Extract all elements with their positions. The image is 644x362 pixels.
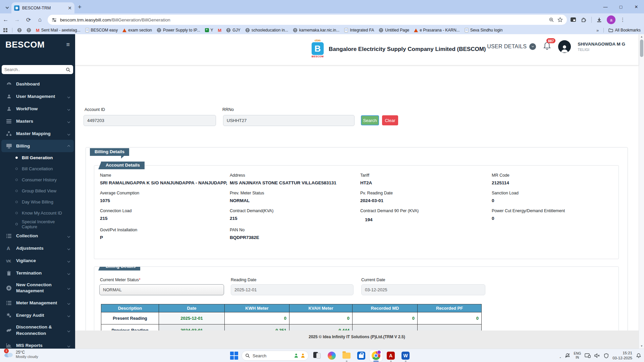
current-date-input[interactable]: [361, 284, 485, 295]
sidebar-item-mis-reports[interactable]: MIS Reports: [0, 339, 75, 349]
bookmark-item[interactable]: Power Supply to IP...: [157, 28, 200, 33]
sidebar-item-workflow[interactable]: WorkFlow: [0, 103, 75, 115]
user-details-dropdown[interactable]: USER DETAILS: [487, 43, 536, 50]
sidebar-item-termination[interactable]: Termination: [0, 267, 75, 279]
sidebar-item-adjustments[interactable]: A Adjustments: [0, 242, 75, 254]
bookmark-item[interactable]: Y: [205, 28, 213, 33]
microsoft-store-icon[interactable]: [355, 350, 368, 361]
notification-center-bell-icon[interactable]: [636, 353, 641, 358]
table-cell[interactable]: 0: [353, 312, 418, 324]
zoom-icon[interactable]: [549, 17, 554, 22]
sidebar-subitem-know-my-account-id[interactable]: Know My Account ID: [0, 207, 75, 219]
tab-close-icon[interactable]: ✕: [68, 6, 72, 10]
sidebar-subitem-special-incentive-capture[interactable]: Special Incentive Capture: [0, 219, 75, 230]
media-pip-icon[interactable]: [570, 17, 576, 22]
table-cell[interactable]: 0: [225, 312, 289, 324]
table-cell[interactable]: 0: [289, 312, 353, 324]
sidebar-item-user-management[interactable]: User Management: [0, 90, 75, 103]
sidebar-item-billing[interactable]: Billing: [1, 140, 74, 152]
table-cell[interactable]: 0: [418, 312, 482, 324]
all-bookmarks-button[interactable]: All Bookmarks: [608, 28, 641, 33]
bookmark-item[interactable]: MSent Mail - aeetelag...: [36, 28, 80, 33]
sidebar-item-master-mapping[interactable]: Master Mapping: [0, 127, 75, 140]
bookmark-item[interactable]: karnemaka.kar.nic.in...: [293, 28, 339, 33]
account-id-input[interactable]: [84, 115, 216, 126]
sidebar-item-meter-management[interactable]: Meter Management: [0, 297, 75, 309]
window-maximize-button[interactable]: ▢: [613, 0, 629, 13]
window-close-button[interactable]: ✕: [629, 0, 644, 13]
volume-muted-icon[interactable]: [594, 353, 600, 358]
hamburger-icon[interactable]: ≡: [66, 41, 70, 48]
current-meter-status-input[interactable]: [99, 284, 224, 295]
sidebar-search[interactable]: [2, 65, 73, 74]
sidebar-item-masters[interactable]: Masters: [0, 115, 75, 127]
sidebar-item-collection[interactable]: Collection: [0, 230, 75, 242]
bookmark-item[interactable]: e Prasarana - KARN...: [414, 28, 460, 33]
globe-icon[interactable]: [26, 28, 31, 33]
new-tab-button[interactable]: +: [78, 3, 82, 11]
pen-shield-icon[interactable]: [604, 353, 609, 358]
bookmark-item[interactable]: schooleducation in...: [245, 28, 288, 33]
tab-favicon: [14, 5, 19, 11]
bookmark-star-icon[interactable]: [557, 17, 563, 22]
tab-search-button[interactable]: [3, 3, 11, 11]
url-bar[interactable]: bescom.trm.ieasybill.com/BillGeneration/…: [48, 15, 567, 25]
notifications-bell[interactable]: 887: [543, 41, 551, 52]
sidebar-subitem-consumer-history[interactable]: Consumer History: [0, 174, 75, 185]
taskbar-weather[interactable]: 3 25°C Mostly cloudy: [3, 350, 38, 359]
reading-date-input[interactable]: [231, 284, 354, 295]
rrno-input[interactable]: [223, 115, 355, 126]
downloads-icon[interactable]: [596, 17, 602, 23]
search-button[interactable]: Search: [361, 115, 379, 125]
word-icon[interactable]: W: [399, 350, 412, 361]
scrollbar-thumb[interactable]: [640, 40, 643, 57]
task-view-button[interactable]: [311, 350, 323, 361]
sidebar-search-input[interactable]: [4, 67, 66, 72]
globe-icon[interactable]: [17, 28, 22, 33]
bookmark-item[interactable]: GJY: [226, 28, 240, 33]
taskbar-clock[interactable]: 15:21 03-12-2025: [612, 351, 632, 361]
chrome-icon[interactable]: [370, 350, 382, 361]
back-button[interactable]: ←: [0, 16, 11, 23]
taskbar-search[interactable]: Search: [241, 351, 309, 361]
acrobat-icon[interactable]: A: [384, 350, 397, 361]
window-minimize-button[interactable]: —: [598, 0, 613, 13]
extensions-icon[interactable]: [581, 17, 587, 23]
bookmark-item[interactable]: Integrated FA: [344, 28, 374, 33]
bookmark-item[interactable]: Untitled Page: [379, 28, 409, 33]
bookmark-item[interactable]: Seva Sindhu login: [465, 28, 503, 33]
file-explorer-icon[interactable]: [340, 350, 353, 361]
reload-button[interactable]: ⟳: [23, 16, 34, 23]
sidebar-subitem-bill-cancellation[interactable]: Bill Cancellation: [0, 163, 75, 174]
bookmark-item[interactable]: exam section: [122, 28, 152, 33]
home-button[interactable]: ⌂: [34, 16, 46, 23]
browser-tab[interactable]: BESCOM-TRM ✕: [11, 2, 74, 13]
avatar[interactable]: [558, 40, 571, 53]
sidebar-subitem-bill-generation[interactable]: Bill Generation: [0, 152, 75, 163]
bookmark-item[interactable]: M: [218, 28, 222, 33]
sidebar-item-disconnection-reconnection[interactable]: Disconnection & Reconnection: [0, 321, 75, 339]
cast-icon[interactable]: [585, 353, 591, 358]
scroll-down-arrow[interactable]: ▼: [639, 345, 644, 348]
sidebar-item-new-connection-management[interactable]: New Connection Management: [0, 279, 75, 297]
sidebar-item-dashboard[interactable]: Dashboard: [0, 78, 75, 90]
copilot-icon[interactable]: [325, 350, 338, 361]
clear-button[interactable]: Clear: [382, 115, 398, 125]
sidebar-subitem-day-wise-billing[interactable]: Day Wise Billing: [0, 196, 75, 207]
apps-grid-icon[interactable]: [3, 28, 7, 32]
start-button[interactable]: [230, 352, 238, 360]
scroll-up-arrow[interactable]: ▲: [639, 35, 644, 38]
language-indicator[interactable]: ENGIN: [574, 352, 581, 360]
sidebar-item-energy-audit[interactable]: Energy Audit: [0, 309, 75, 321]
vertical-scrollbar[interactable]: ▲ ▼: [639, 34, 644, 349]
bell-off-icon[interactable]: [565, 353, 570, 358]
sidebar-subitem-group-billed-view[interactable]: Group Billed View: [0, 185, 75, 196]
forward-button[interactable]: →: [11, 16, 23, 23]
sidebar-item-vigilance[interactable]: VK Vigilance: [0, 254, 75, 267]
browser-profile-avatar[interactable]: a: [607, 15, 615, 24]
bookmarks-overflow-icon[interactable]: »: [596, 28, 599, 33]
browser-menu-icon[interactable]: ⋮: [620, 17, 625, 23]
site-settings-icon[interactable]: [52, 17, 57, 22]
bookmark-item[interactable]: BESCOM easy: [85, 28, 118, 33]
hidden-icons-chevron[interactable]: ꞈ: [560, 353, 561, 358]
